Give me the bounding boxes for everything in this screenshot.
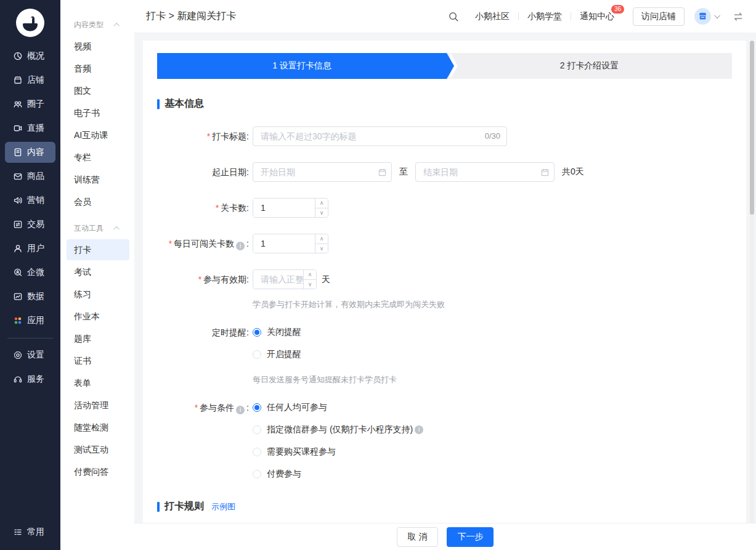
radio-reminder-on[interactable]: 开启提醒: [253, 348, 397, 361]
info-icon[interactable]: [415, 425, 423, 434]
sidebar-item-audio[interactable]: 音频: [67, 58, 129, 79]
info-icon[interactable]: [236, 242, 245, 250]
checkin-title-input[interactable]: [253, 126, 507, 146]
start-date-input[interactable]: [253, 162, 392, 182]
field-scheduled-reminder: 定时提醒: 关闭提醒 开启提醒 每日发送服务号通知提醒未打卡学员打卡: [157, 326, 732, 385]
level-count-input[interactable]: [253, 199, 315, 217]
stepper-down-button[interactable]: ∨: [315, 208, 328, 218]
sidebar-item-practice[interactable]: 练习: [67, 284, 129, 305]
sidebar-item-member[interactable]: 会员: [67, 191, 129, 212]
field-validity-period: *参与有效期: ∧ ∨ 天 学员参与打卡开始计算，有效期内未完成即为闯: [157, 269, 732, 310]
topbar-separator: [571, 12, 571, 20]
radio-reminder-off[interactable]: 关闭提醒: [253, 326, 397, 339]
rail-item-label: 常用: [27, 527, 44, 538]
radio-icon: [253, 425, 261, 434]
rail-item-settings[interactable]: 设置: [5, 345, 55, 366]
daily-level-count-input[interactable]: [253, 234, 315, 253]
xiaoe-logo[interactable]: [16, 9, 44, 37]
rail-item-wecom[interactable]: 企微: [5, 262, 55, 283]
rail-item-user[interactable]: 用户: [5, 238, 55, 259]
data-icon: [13, 292, 23, 302]
radio-anyone-can-join[interactable]: 任何人均可参与: [253, 401, 425, 414]
reminder-helper-text: 每日发送服务号通知提醒未打卡学员打卡: [253, 374, 397, 385]
store-avatar[interactable]: [694, 8, 711, 25]
end-date-input[interactable]: [415, 162, 555, 182]
stepper-up-button[interactable]: ∧: [315, 199, 328, 208]
main-area: 打卡 > 新建闯关打卡 小鹅社区 小鹅学堂 通知中心 36 访问店铺 1 设置打…: [134, 0, 756, 550]
rail-item-service[interactable]: 服务: [5, 369, 55, 390]
radio-icon: [253, 470, 261, 478]
validity-period-input[interactable]: [253, 270, 303, 289]
rail-item-frequently-used[interactable]: 常用: [5, 522, 55, 543]
link-notification-center[interactable]: 通知中心: [580, 11, 614, 21]
sidebar-item-test-interaction[interactable]: 测试互动: [67, 439, 129, 460]
topbar: 打卡 > 新建闯关打卡 小鹅社区 小鹅学堂 通知中心 36 访问店铺: [134, 0, 756, 33]
required-mark: *: [207, 131, 210, 141]
rail-item-trade[interactable]: 交易: [5, 214, 55, 235]
stepper-down-button[interactable]: ∨: [315, 244, 328, 253]
section-accent-bar: [157, 99, 160, 109]
link-xiaoe-community[interactable]: 小鹅社区: [475, 11, 510, 22]
stepper-down-button[interactable]: ∨: [304, 280, 316, 289]
subnav-group-interactive-tools[interactable]: 互动工具: [60, 222, 134, 234]
sidebar-item-training-camp[interactable]: 训练营: [67, 169, 129, 190]
rail-item-data[interactable]: 数据: [5, 286, 55, 307]
char-counter: 0/30: [485, 131, 500, 141]
example-image-link[interactable]: 示例图: [211, 501, 235, 512]
sidebar-item-ai-course[interactable]: AI互动课: [67, 125, 129, 146]
sidebar-item-class-quiz[interactable]: 随堂检测: [67, 417, 129, 438]
collapse-caret-icon: [113, 22, 120, 28]
chevron-down-icon[interactable]: [714, 12, 720, 18]
rail-item-overview[interactable]: 概况: [5, 46, 55, 67]
sidebar-item-article[interactable]: 图文: [67, 80, 129, 101]
sidebar-item-ebook[interactable]: 电子书: [67, 102, 129, 123]
section-accent-bar: [157, 502, 160, 512]
switch-store-icon[interactable]: [733, 12, 744, 22]
sidebar-item-column[interactable]: 专栏: [67, 147, 129, 168]
sidebar-item-checkin[interactable]: 打卡: [67, 239, 129, 260]
section-title: 基本信息: [165, 97, 204, 110]
cancel-button[interactable]: 取 消: [397, 527, 439, 547]
radio-paid-join[interactable]: 付费参与: [253, 468, 425, 480]
field-level-count: *关卡数: ∧ ∨: [157, 198, 732, 218]
rail-item-community[interactable]: 圈子: [5, 94, 55, 115]
notification-badge: 36: [611, 5, 624, 14]
rail-item-apps[interactable]: 应用: [5, 310, 55, 331]
sidebar-item-certificate[interactable]: 证书: [67, 350, 129, 371]
rail-item-shop[interactable]: 店铺: [5, 70, 55, 91]
radio-label: 关闭提醒: [267, 327, 301, 338]
radio-purchase-course-join[interactable]: 需要购买课程参与: [253, 446, 425, 458]
field-date-range: 起止日期: 至 共0天: [157, 162, 732, 182]
sidebar-item-exam[interactable]: 考试: [67, 261, 129, 282]
stepper-up-button[interactable]: ∧: [315, 234, 328, 244]
stepper-up-button[interactable]: ∧: [304, 270, 316, 280]
field-label: 定时提醒:: [157, 326, 249, 385]
field-label: *每日可闯关卡数:: [157, 234, 249, 253]
rail-item-live[interactable]: 直播: [5, 118, 55, 139]
rail-item-content[interactable]: 内容: [5, 142, 55, 163]
form-card: 1 设置打卡信息 2 打卡介绍设置 基本信息 *打卡标题: 0/30: [143, 41, 746, 523]
sidebar-item-question-bank[interactable]: 题库: [67, 328, 129, 349]
link-xiaoe-academy[interactable]: 小鹅学堂: [527, 11, 562, 22]
sidebar-item-activity-management[interactable]: 活动管理: [67, 395, 129, 416]
frequently-used-icon: [13, 527, 23, 537]
sidebar-item-form[interactable]: 表单: [67, 372, 129, 393]
wizard-step-2[interactable]: 2 打卡介绍设置: [447, 53, 732, 79]
sidebar-item-video[interactable]: 视频: [67, 36, 129, 57]
sidebar-item-paid-qa[interactable]: 付费问答: [67, 461, 129, 482]
wizard-step-1[interactable]: 1 设置打卡信息: [157, 53, 447, 79]
radio-label: 指定微信群参与 (仅鹅打卡小程序支持): [267, 424, 413, 435]
search-icon[interactable]: [448, 11, 459, 22]
scrollbar-thumb[interactable]: [750, 41, 754, 215]
rail-item-marketing[interactable]: 营销: [5, 190, 55, 211]
rail-item-goods[interactable]: 商品: [5, 166, 55, 187]
radio-label: 任何人均可参与: [267, 402, 327, 413]
radio-wechat-group-join[interactable]: 指定微信群参与 (仅鹅打卡小程序支持): [253, 424, 425, 436]
sidebar-item-workbook[interactable]: 作业本: [67, 306, 129, 327]
visit-store-button[interactable]: 访问店铺: [633, 7, 685, 26]
next-step-button[interactable]: 下一步: [447, 527, 494, 547]
info-icon[interactable]: [236, 406, 245, 414]
shop-icon: [13, 75, 23, 85]
step-wizard: 1 设置打卡信息 2 打卡介绍设置: [157, 53, 732, 79]
subnav-group-content-types[interactable]: 内容类型: [60, 18, 134, 31]
